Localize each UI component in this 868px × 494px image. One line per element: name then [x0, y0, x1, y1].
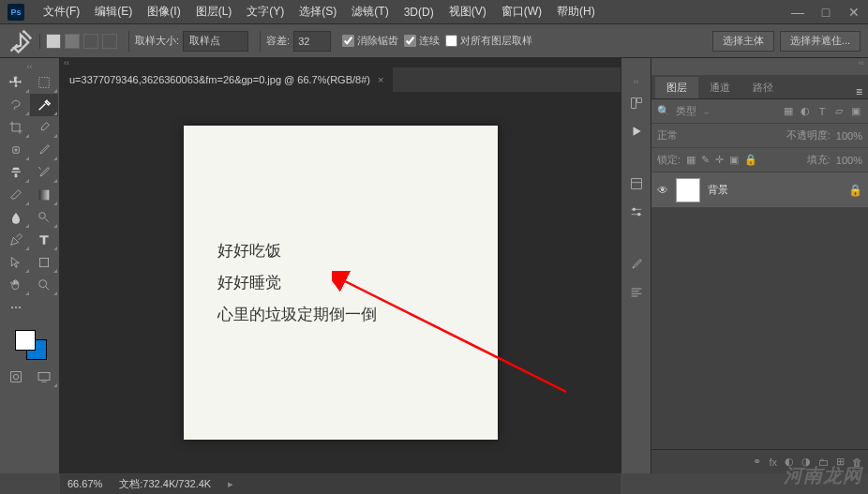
brush-presets-icon[interactable] — [625, 253, 648, 276]
edit-toolbar[interactable]: ⋯ — [2, 296, 30, 319]
lock-artboard-icon[interactable]: ▣ — [729, 154, 739, 166]
filter-smart-icon[interactable]: ▣ — [849, 105, 862, 118]
active-tool-icon[interactable] — [7, 28, 34, 54]
doc-info[interactable]: 文档:732.4K/732.4K — [119, 477, 211, 491]
tab-paths[interactable]: 路径 — [741, 77, 785, 98]
adjustments-icon[interactable] — [625, 201, 648, 223]
dodge-tool[interactable] — [30, 206, 58, 229]
contiguous-checkbox[interactable]: 连续 — [404, 34, 440, 48]
presets-icon[interactable] — [625, 92, 648, 114]
svg-rect-6 — [10, 372, 21, 382]
collapse-panel-icon[interactable]: ‹‹ — [651, 58, 868, 67]
play-icon[interactable] — [625, 120, 648, 142]
menu-layer[interactable]: 图层(L) — [188, 4, 240, 20]
link-layers-icon[interactable]: ⚭ — [753, 456, 761, 468]
blur-tool[interactable] — [2, 206, 30, 229]
foreground-color[interactable] — [15, 330, 36, 351]
menu-view[interactable]: 视图(V) — [441, 4, 494, 20]
eyedropper-tool[interactable] — [30, 116, 58, 139]
tab-layers[interactable]: 图层 — [655, 77, 698, 98]
properties-icon[interactable] — [625, 172, 648, 195]
select-subject-button[interactable]: 选择主体 — [712, 31, 774, 52]
zoom-tool[interactable] — [30, 274, 58, 296]
pen-tool[interactable] — [2, 229, 30, 251]
color-swatches[interactable] — [11, 328, 49, 362]
shape-tool[interactable] — [30, 251, 58, 274]
tab-channels[interactable]: 通道 — [698, 77, 741, 98]
brush-tool[interactable] — [30, 139, 58, 161]
filter-adjust-icon[interactable]: ◐ — [799, 105, 812, 118]
paragraph-icon[interactable] — [625, 281, 648, 304]
quickmask-tool[interactable] — [2, 366, 30, 388]
gradient-tool[interactable] — [30, 184, 58, 206]
layer-name[interactable]: 背景 — [708, 183, 841, 197]
sample-size-select[interactable]: 取样点 — [183, 31, 248, 52]
mode-add-icon[interactable] — [65, 34, 80, 49]
document-canvas[interactable]: 好好吃饭 好好睡觉 心里的垃圾定期倒一倒 — [184, 126, 498, 440]
filter-shape-icon[interactable]: ▱ — [832, 105, 846, 118]
filter-pixel-icon[interactable]: ▦ — [782, 105, 795, 118]
collapse-strip-icon[interactable]: ›› — [634, 77, 639, 86]
marquee-tool[interactable] — [30, 71, 58, 94]
document-tab[interactable]: u=3377079346,3626360063&fm=26&gp=0.jpg @… — [60, 67, 393, 92]
menu-help[interactable]: 帮助(H) — [549, 4, 603, 20]
menu-bar: Ps 文件(F) 编辑(E) 图像(I) 图层(L) 文字(Y) 选择(S) 滤… — [0, 0, 868, 24]
menu-image[interactable]: 图像(I) — [140, 4, 187, 20]
lock-position-icon[interactable]: ✛ — [715, 154, 724, 166]
crop-tool[interactable] — [2, 116, 30, 139]
canvas-area: ‹‹ u=3377079346,3626360063&fm=26&gp=0.jp… — [60, 58, 621, 473]
menu-filter[interactable]: 滤镜(T) — [344, 4, 396, 20]
select-mask-button[interactable]: 选择并遮住... — [780, 31, 861, 52]
visibility-icon[interactable]: 👁 — [657, 184, 668, 197]
hand-tool[interactable] — [2, 274, 30, 296]
layers-panel: ‹‹ 图层 通道 路径 ≡ 🔍 类型 ⌄ ▦ ◐ T ▱ ▣ 正常 不透明度: … — [651, 58, 868, 473]
layer-row[interactable]: 👁 背景 🔒 — [651, 172, 868, 208]
search-icon[interactable]: 🔍 — [657, 105, 670, 117]
menu-type[interactable]: 文字(Y) — [239, 4, 292, 20]
close-tab-icon[interactable]: × — [378, 74, 383, 85]
all-layers-checkbox[interactable]: 对所有图层取样 — [445, 34, 532, 48]
menu-select[interactable]: 选择(S) — [292, 4, 344, 20]
filter-text-icon[interactable]: T — [816, 105, 829, 118]
antialias-checkbox[interactable]: 消除锯齿 — [342, 34, 398, 48]
screen-mode-tool[interactable] — [30, 366, 58, 388]
doc-info-chevron-icon[interactable]: ▸ — [228, 478, 233, 490]
blend-mode-select[interactable]: 正常 — [657, 128, 781, 142]
collapse-tools-icon[interactable]: ‹‹ — [27, 62, 33, 71]
history-brush-tool[interactable] — [30, 161, 58, 184]
tolerance-input[interactable] — [293, 31, 331, 52]
menu-file[interactable]: 文件(F) — [36, 4, 87, 20]
lock-all-icon[interactable]: 🔒 — [744, 154, 757, 166]
opacity-value[interactable]: 100% — [836, 130, 862, 142]
lasso-tool[interactable] — [2, 94, 30, 116]
minimize-button[interactable]: — — [784, 3, 812, 22]
mode-subtract-icon[interactable] — [83, 34, 98, 49]
fill-value[interactable]: 100% — [836, 155, 862, 166]
svg-rect-4 — [39, 258, 48, 266]
magic-wand-tool[interactable] — [30, 94, 58, 116]
text-tool[interactable] — [30, 229, 58, 251]
close-button[interactable]: ✕ — [840, 3, 868, 22]
lock-paint-icon[interactable]: ✎ — [701, 154, 710, 166]
lock-label: 锁定: — [657, 153, 681, 167]
menu-window[interactable]: 窗口(W) — [494, 4, 549, 20]
zoom-level[interactable]: 66.67% — [67, 478, 102, 489]
collapse-left-icon[interactable]: ‹‹ — [60, 58, 621, 67]
panel-menu-icon[interactable]: ≡ — [850, 85, 868, 98]
menu-3d[interactable]: 3D(D) — [397, 6, 441, 19]
eraser-tool[interactable] — [2, 184, 30, 206]
maximize-button[interactable]: □ — [812, 3, 840, 22]
healing-tool[interactable] — [2, 139, 30, 161]
lock-pixels-icon[interactable]: ▦ — [686, 154, 696, 166]
fx-icon[interactable]: fx — [769, 457, 777, 468]
mode-intersect-icon[interactable] — [102, 34, 117, 49]
filter-type-label[interactable]: 类型 — [676, 104, 696, 118]
mode-new-icon[interactable] — [46, 34, 61, 49]
lock-icon[interactable]: 🔒 — [848, 184, 862, 197]
menu-edit[interactable]: 编辑(E) — [87, 4, 140, 20]
canvas-viewport[interactable]: 好好吃饭 好好睡觉 心里的垃圾定期倒一倒 — [60, 92, 621, 473]
clone-stamp-tool[interactable] — [2, 161, 30, 184]
move-tool[interactable] — [2, 71, 30, 94]
path-selection-tool[interactable] — [2, 251, 30, 274]
layer-thumbnail[interactable] — [676, 178, 700, 202]
